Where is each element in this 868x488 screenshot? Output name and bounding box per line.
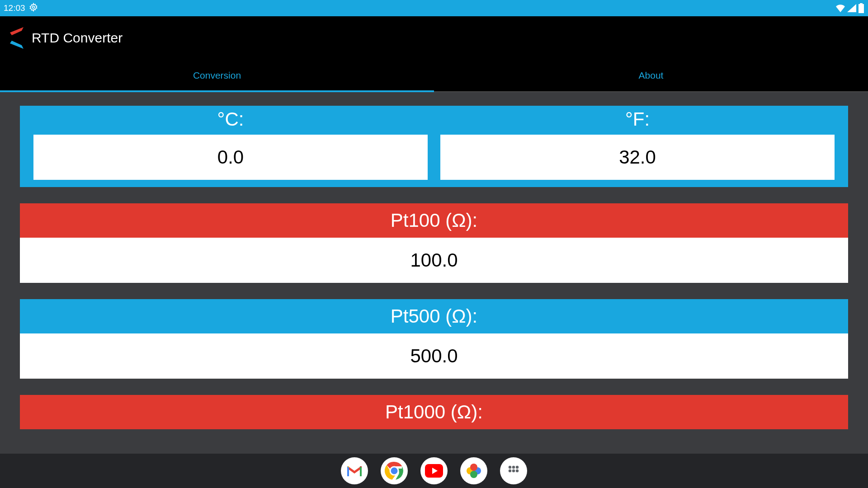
celsius-column: °C: [33,106,428,180]
pt1000-card: Pt1000 (Ω): [20,395,848,429]
pt1000-label: Pt1000 (Ω): [20,395,848,429]
temperature-card: °C: °F: [20,106,848,187]
gmail-icon[interactable] [341,457,368,484]
svg-point-0 [32,6,34,8]
cell-signal-icon [847,4,856,12]
svg-point-11 [470,464,477,471]
svg-rect-3 [347,466,349,476]
pt100-label: Pt100 (Ω): [20,203,848,238]
apps-drawer-icon[interactable] [500,457,527,484]
svg-point-14 [512,466,515,469]
status-bar: 12:03 [0,0,868,16]
app-logo-icon [8,26,26,50]
svg-point-13 [509,466,511,469]
fahrenheit-label: °F: [440,106,835,135]
fahrenheit-input[interactable] [440,135,835,180]
youtube-icon[interactable] [420,457,448,484]
svg-point-12 [470,471,477,478]
tab-about[interactable]: About [434,60,868,91]
tab-about-label: About [639,70,664,81]
svg-point-16 [509,469,511,472]
celsius-label: °C: [33,106,428,135]
pt500-input[interactable] [20,333,848,379]
tab-conversion-label: Conversion [193,70,241,81]
pt500-card: Pt500 (Ω): [20,299,848,379]
content-area: °C: °F: Pt100 (Ω): Pt500 (Ω): Pt1000 (Ω)… [0,92,868,454]
celsius-input[interactable] [33,135,428,180]
svg-point-17 [512,469,515,472]
pt100-card: Pt100 (Ω): [20,203,848,283]
nav-dock [0,454,868,488]
chrome-icon[interactable] [381,457,408,484]
app-bar: RTD Converter [0,16,868,60]
wifi-icon [835,4,845,12]
settings-gear-icon [29,3,38,14]
svg-rect-1 [859,4,864,13]
svg-point-18 [516,469,519,472]
app-title: RTD Converter [32,30,123,46]
pt500-label: Pt500 (Ω): [20,299,848,333]
pt100-input[interactable] [20,238,848,283]
svg-rect-4 [360,466,362,476]
tab-conversion[interactable]: Conversion [0,60,434,91]
tab-bar: Conversion About [0,60,868,92]
fahrenheit-column: °F: [440,106,835,180]
battery-icon [858,3,864,13]
status-time: 12:03 [4,3,25,13]
svg-rect-2 [860,3,863,5]
svg-point-15 [516,466,519,469]
photos-icon[interactable] [460,457,487,484]
